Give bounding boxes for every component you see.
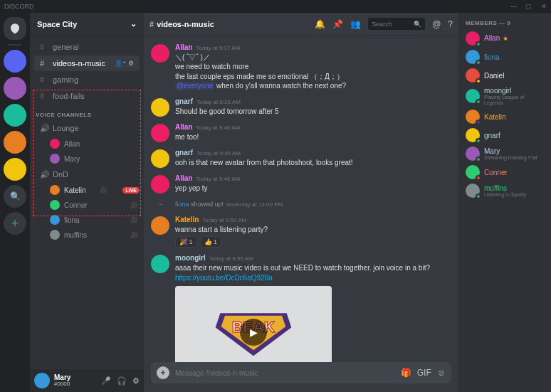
message: moongirlToday at 9:55 AMaaaa their new m… xyxy=(151,250,451,362)
attach-icon[interactable]: + xyxy=(157,366,169,379)
status-dot xyxy=(476,60,481,65)
message-input[interactable]: + Message #videos-n-music 🎁 GIF ☺ xyxy=(151,362,451,383)
avatar xyxy=(50,230,60,240)
member-list-icon[interactable]: 👥 xyxy=(350,19,361,29)
avatar xyxy=(50,200,60,210)
avatar[interactable] xyxy=(151,124,169,142)
voice-user[interactable]: muffins🎥 xyxy=(34,228,140,242)
member-item[interactable]: fiona xyxy=(463,48,547,66)
avatar[interactable] xyxy=(151,44,169,63)
voice-user[interactable]: Allan xyxy=(34,137,140,151)
avatar[interactable] xyxy=(151,216,169,235)
voice-user[interactable]: Katelin🎥LIVE xyxy=(34,183,140,197)
deafen-icon[interactable]: 🎧 xyxy=(117,376,127,386)
username[interactable]: Allan xyxy=(175,122,192,132)
inbox-icon[interactable]: @ xyxy=(432,19,441,29)
pinned-icon[interactable]: 📌 xyxy=(332,19,343,29)
status-dot xyxy=(476,99,481,105)
settings-icon[interactable]: ⚙ xyxy=(132,376,140,386)
member-item[interactable]: MaryStreaming Drawing Y'all xyxy=(463,144,547,163)
member-name: gnarf xyxy=(484,132,500,139)
username[interactable]: Allan xyxy=(175,43,192,53)
gif-icon[interactable]: GIF xyxy=(417,368,431,378)
guild-item[interactable] xyxy=(4,50,26,73)
reaction[interactable]: 🎉 1 xyxy=(175,236,197,248)
minimize-button[interactable]: — xyxy=(510,3,517,10)
message-text: aaaa their new music video is out we NEE… xyxy=(175,263,451,273)
video-icon: 🎥 xyxy=(130,216,138,223)
message: KatelinToday at 9:50 AMwanna start a lis… xyxy=(151,212,451,250)
server-name: Space City xyxy=(37,20,77,28)
username[interactable]: Katelin xyxy=(175,215,199,225)
avatar[interactable] xyxy=(151,98,169,117)
settings-icon[interactable]: ⚙ xyxy=(128,60,134,67)
arrow-icon: → xyxy=(151,201,169,208)
message: AllanToday at 9:46 AMyep yep ty xyxy=(151,171,451,196)
guild-item[interactable] xyxy=(4,131,26,154)
chat-header: #videos-n-music 🔔 📌 👥 Search🔍 @ ? xyxy=(144,13,458,36)
member-activity: Listening to Spotify xyxy=(484,192,526,198)
text-channel[interactable]: #food-fails xyxy=(34,88,140,104)
member-activity: Playing League of Legends xyxy=(484,95,544,105)
username[interactable]: moongirl xyxy=(175,253,206,263)
text-channel[interactable]: #general xyxy=(34,39,140,55)
channel-title: videos-n-music xyxy=(157,20,214,28)
voice-user[interactable]: Conner🎥 xyxy=(34,198,140,212)
voice-user[interactable]: fiona🎥 xyxy=(34,213,140,227)
username[interactable]: gnarf xyxy=(175,97,193,107)
guild-item[interactable] xyxy=(4,158,26,181)
home-button[interactable] xyxy=(4,17,26,40)
guild-item[interactable] xyxy=(4,104,26,127)
member-item[interactable]: Conner xyxy=(463,163,547,181)
message-list[interactable]: AllanToday at 9:17 AM＼( ˆ▽ˆ )／we need to… xyxy=(144,36,458,362)
mute-icon[interactable]: 🎤 xyxy=(101,376,111,386)
close-button[interactable]: ✕ xyxy=(541,3,547,10)
username[interactable]: fiona xyxy=(175,201,189,208)
voice-category[interactable]: VOICE CHANNELS xyxy=(30,105,144,120)
help-icon[interactable]: ? xyxy=(448,19,453,29)
avatar xyxy=(466,89,480,103)
emoji-icon[interactable]: ☺ xyxy=(437,368,446,378)
link[interactable]: https://youtu.be/DcDc6aQ928a xyxy=(175,274,273,282)
member-item[interactable]: Katelin xyxy=(463,107,547,126)
search-input[interactable]: Search🔍 xyxy=(368,18,425,30)
message-text: we need to watch more xyxy=(175,62,451,72)
guild-item[interactable] xyxy=(4,77,26,100)
search-icon: 🔍 xyxy=(414,21,421,28)
message: gnarfToday at 9:45 AMooh is that new ava… xyxy=(151,145,451,171)
member-name: Conner xyxy=(484,169,508,176)
gift-icon[interactable]: 🎁 xyxy=(401,368,411,378)
username[interactable]: Allan xyxy=(175,174,192,184)
timestamp: Today at 9:46 AM xyxy=(196,176,240,184)
member-item[interactable]: moongirlPlaying League of Legends xyxy=(463,85,547,107)
mention[interactable]: @everyone xyxy=(175,82,214,90)
avatar[interactable] xyxy=(34,373,50,388)
play-icon[interactable]: ▶ xyxy=(240,319,267,346)
video-embed[interactable]: BEAK▶ xyxy=(175,286,332,362)
text-channel[interactable]: #videos-n-music👤⁺⚙ xyxy=(34,55,140,71)
add-server-button[interactable]: + xyxy=(4,212,26,235)
voice-channel[interactable]: 🔊DnD xyxy=(34,166,140,182)
member-activity: Streaming Drawing Y'all xyxy=(484,155,537,161)
member-item[interactable]: Daniel xyxy=(463,66,547,85)
maximize-button[interactable]: ▢ xyxy=(525,3,532,10)
member-item[interactable]: gnarf xyxy=(463,126,547,144)
member-item[interactable]: muffinsListening to Spotify xyxy=(463,181,547,200)
member-item[interactable]: Allan★ xyxy=(463,29,547,48)
notifications-icon[interactable]: 🔔 xyxy=(315,19,325,29)
text-channel[interactable]: #gaming xyxy=(34,72,140,88)
voice-user[interactable]: Mary xyxy=(34,152,140,166)
status-dot xyxy=(476,120,481,125)
avatar[interactable] xyxy=(151,255,169,273)
star-icon: ★ xyxy=(503,35,508,42)
avatar xyxy=(466,50,480,64)
avatar[interactable] xyxy=(151,149,169,168)
avatar[interactable] xyxy=(151,175,169,194)
voice-channel[interactable]: 🔊Lounge xyxy=(34,120,140,136)
username[interactable]: gnarf xyxy=(175,148,193,158)
explore-button[interactable]: 🔍 xyxy=(4,185,26,208)
reaction[interactable]: 👍 1 xyxy=(200,236,222,248)
timestamp: Today at 9:17 AM xyxy=(196,45,240,53)
invite-icon[interactable]: 👤⁺ xyxy=(115,60,126,67)
server-header[interactable]: Space City ⌄ xyxy=(30,13,144,36)
